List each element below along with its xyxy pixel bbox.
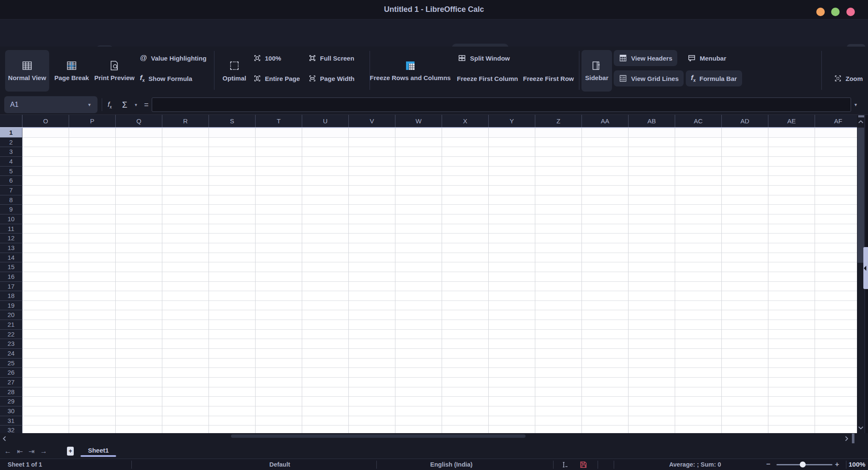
column-header-Z[interactable]: Z (535, 115, 582, 127)
cell-Y1[interactable] (489, 128, 535, 138)
cell-Y16[interactable] (489, 272, 535, 282)
cell-T2[interactable] (256, 138, 302, 147)
cell-AC5[interactable] (675, 167, 722, 176)
column-header-AF[interactable]: AF (815, 115, 857, 127)
cell-AE10[interactable] (768, 214, 815, 224)
cell-W29[interactable] (395, 397, 442, 406)
row-header-20[interactable]: 20 (0, 310, 22, 320)
cell-Q22[interactable] (116, 330, 162, 339)
cell-V31[interactable] (349, 416, 395, 426)
cell-R21[interactable] (162, 320, 209, 330)
cell-P17[interactable] (69, 282, 116, 292)
cell-O11[interactable] (22, 224, 69, 234)
cell-AF3[interactable] (815, 147, 857, 157)
cell-AB28[interactable] (629, 387, 675, 397)
cell-X6[interactable] (442, 176, 489, 186)
cell-T16[interactable] (256, 272, 302, 282)
cell-Z8[interactable] (535, 195, 582, 205)
cell-Y21[interactable] (489, 320, 535, 330)
cell-Z9[interactable] (535, 205, 582, 214)
cell-U13[interactable] (302, 243, 349, 253)
cell-P9[interactable] (69, 205, 116, 214)
column-header-X[interactable]: X (442, 115, 489, 127)
cell-S25[interactable] (209, 359, 256, 368)
cell-T17[interactable] (256, 282, 302, 292)
cell-AC29[interactable] (675, 397, 722, 406)
cell-P26[interactable] (69, 368, 116, 378)
cell-X9[interactable] (442, 205, 489, 214)
cell-AA13[interactable] (582, 243, 629, 253)
cell-W15[interactable] (395, 262, 442, 272)
cell-R31[interactable] (162, 416, 209, 426)
cell-R13[interactable] (162, 243, 209, 253)
cell-P32[interactable] (69, 426, 116, 433)
cell-AE21[interactable] (768, 320, 815, 330)
scroll-up-icon[interactable] (858, 120, 864, 124)
cell-Q26[interactable] (116, 368, 162, 378)
cell-AA5[interactable] (582, 167, 629, 176)
cell-W30[interactable] (395, 406, 442, 416)
cell-S4[interactable] (209, 157, 256, 167)
cell-AF23[interactable] (815, 339, 857, 349)
cell-R8[interactable] (162, 195, 209, 205)
cell-S19[interactable] (209, 301, 256, 311)
cell-AD4[interactable] (722, 157, 768, 167)
cell-AC3[interactable] (675, 147, 722, 157)
cell-W16[interactable] (395, 272, 442, 282)
cell-Q27[interactable] (116, 378, 162, 387)
cell-V21[interactable] (349, 320, 395, 330)
cell-AB32[interactable] (629, 426, 675, 433)
cell-S2[interactable] (209, 138, 256, 147)
cell-Z12[interactable] (535, 234, 582, 243)
cell-Y22[interactable] (489, 330, 535, 339)
cell-P4[interactable] (69, 157, 116, 167)
cell-U20[interactable] (302, 310, 349, 320)
cell-AD8[interactable] (722, 195, 768, 205)
cell-AE1[interactable] (768, 128, 815, 138)
cell-AF11[interactable] (815, 224, 857, 234)
cell-O3[interactable] (22, 147, 69, 157)
cell-T29[interactable] (256, 397, 302, 406)
cell-V3[interactable] (349, 147, 395, 157)
cell-Z3[interactable] (535, 147, 582, 157)
freeze-rows-columns-button[interactable]: Freeze Rows and Columns (368, 50, 453, 92)
cell-S29[interactable] (209, 397, 256, 406)
column-header-U[interactable]: U (302, 115, 349, 127)
cell-AA24[interactable] (582, 349, 629, 359)
cell-AB8[interactable] (629, 195, 675, 205)
cell-AF10[interactable] (815, 214, 857, 224)
column-header-S[interactable]: S (209, 115, 256, 127)
cell-T28[interactable] (256, 387, 302, 397)
cell-AF28[interactable] (815, 387, 857, 397)
cell-Z15[interactable] (535, 262, 582, 272)
cell-R24[interactable] (162, 349, 209, 359)
cell-T24[interactable] (256, 349, 302, 359)
cell-AF29[interactable] (815, 397, 857, 406)
row-header-17[interactable]: 17 (0, 282, 22, 292)
cell-T12[interactable] (256, 234, 302, 243)
cell-AA7[interactable] (582, 186, 629, 195)
row-header-14[interactable]: 14 (0, 253, 22, 263)
cell-R30[interactable] (162, 406, 209, 416)
cell-O20[interactable] (22, 310, 69, 320)
cell-Z21[interactable] (535, 320, 582, 330)
cell-X25[interactable] (442, 359, 489, 368)
cell-AE20[interactable] (768, 310, 815, 320)
cell-R6[interactable] (162, 176, 209, 186)
cell-X19[interactable] (442, 301, 489, 311)
cell-X32[interactable] (442, 426, 489, 433)
cell-X5[interactable] (442, 167, 489, 176)
cell-X7[interactable] (442, 186, 489, 195)
cell-X29[interactable] (442, 397, 489, 406)
cell-AE22[interactable] (768, 330, 815, 339)
cell-R1[interactable] (162, 128, 209, 138)
cell-X27[interactable] (442, 378, 489, 387)
cell-AD17[interactable] (722, 282, 768, 292)
cell-T8[interactable] (256, 195, 302, 205)
row-header-28[interactable]: 28 (0, 387, 22, 397)
normal-view-button[interactable]: Normal View (5, 50, 49, 92)
cell-U21[interactable] (302, 320, 349, 330)
cell-S14[interactable] (209, 253, 256, 263)
cell-R18[interactable] (162, 291, 209, 301)
cell-AE5[interactable] (768, 167, 815, 176)
